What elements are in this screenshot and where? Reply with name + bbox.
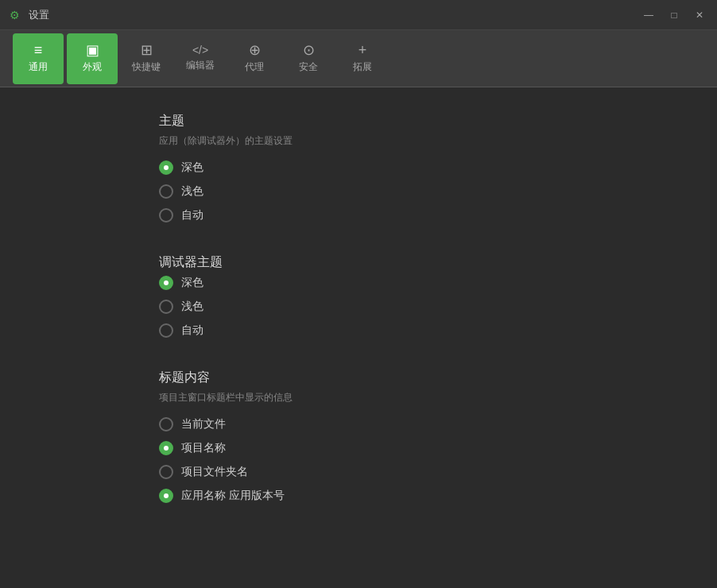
debugger-theme-option-light[interactable]: 浅色 <box>159 300 717 314</box>
title-bar: ⚙ 设置 — □ ✕ <box>0 0 717 30</box>
shortcuts-icon: ⊞ <box>141 43 153 57</box>
project-name-label: 项目名称 <box>181 441 226 455</box>
section-debugger-theme: 调试器主题 深色 浅色 自动 <box>159 254 717 338</box>
tab-appearance[interactable]: ▣ 外观 <box>67 33 118 84</box>
general-label: 通用 <box>29 60 48 74</box>
debugger-theme-option-auto[interactable]: 自动 <box>159 323 717 338</box>
shortcuts-label: 快捷键 <box>132 60 161 74</box>
tab-bar: ≡ 通用 ▣ 外观 ⊞ 快捷键 </> 编辑器 ⊕ 代理 ⊙ 安全 + 拓展 <box>0 30 717 87</box>
theme-options: 深色 浅色 自动 <box>159 161 717 222</box>
editor-label: 编辑器 <box>186 59 215 72</box>
main-content: 主题 应用（除调试器外）的主题设置 深色 浅色 自动 调试器主题 深色 <box>0 87 717 588</box>
project-name-radio[interactable] <box>159 441 173 455</box>
app-name-version-radio[interactable] <box>159 489 173 503</box>
theme-dark-label: 深色 <box>181 161 203 175</box>
tab-editor[interactable]: </> 编辑器 <box>175 33 226 84</box>
close-button[interactable]: ✕ <box>688 7 711 23</box>
section-title-content: 标题内容 项目主窗口标题栏中显示的信息 当前文件 项目名称 项目文件夹名 应用名… <box>159 369 717 503</box>
theme-option-auto[interactable]: 自动 <box>159 208 717 222</box>
security-icon: ⊙ <box>303 43 315 57</box>
folder-name-radio[interactable] <box>159 465 173 479</box>
title-option-current-file[interactable]: 当前文件 <box>159 417 717 431</box>
title-content-title: 标题内容 <box>159 369 717 386</box>
debugger-dark-radio[interactable] <box>159 276 173 290</box>
section-theme: 主题 应用（除调试器外）的主题设置 深色 浅色 自动 <box>159 113 717 222</box>
debugger-auto-label: 自动 <box>181 323 203 338</box>
title-bar-text: 设置 <box>29 8 49 22</box>
theme-title: 主题 <box>159 113 717 130</box>
title-content-desc: 项目主窗口标题栏中显示的信息 <box>159 391 717 404</box>
security-label: 安全 <box>299 60 318 74</box>
tab-shortcuts[interactable]: ⊞ 快捷键 <box>121 33 172 84</box>
extensions-label: 拓展 <box>353 60 372 74</box>
debugger-dark-label: 深色 <box>181 276 203 290</box>
current-file-label: 当前文件 <box>181 417 226 431</box>
tab-general[interactable]: ≡ 通用 <box>13 33 64 84</box>
theme-option-light[interactable]: 浅色 <box>159 184 717 199</box>
theme-light-radio[interactable] <box>159 184 173 199</box>
theme-desc: 应用（除调试器外）的主题设置 <box>159 134 717 148</box>
debugger-theme-option-dark[interactable]: 深色 <box>159 276 717 290</box>
theme-light-label: 浅色 <box>181 184 203 199</box>
theme-dark-radio[interactable] <box>159 161 173 175</box>
debugger-light-radio[interactable] <box>159 300 173 314</box>
title-option-folder-name[interactable]: 项目文件夹名 <box>159 465 717 479</box>
title-option-app-name-version[interactable]: 应用名称 应用版本号 <box>159 489 717 503</box>
window-controls: — □ ✕ <box>638 7 711 23</box>
debugger-auto-radio[interactable] <box>159 323 173 338</box>
theme-auto-radio[interactable] <box>159 208 173 222</box>
maximize-button[interactable]: □ <box>663 7 685 23</box>
folder-name-label: 项目文件夹名 <box>181 465 248 479</box>
debugger-theme-title: 调试器主题 <box>159 254 717 271</box>
title-content-options: 当前文件 项目名称 项目文件夹名 应用名称 应用版本号 <box>159 417 717 503</box>
tab-extensions[interactable]: + 拓展 <box>337 33 388 84</box>
app-icon: ⚙ <box>10 9 22 21</box>
debugger-light-label: 浅色 <box>181 300 203 314</box>
proxy-icon: ⊕ <box>249 43 261 57</box>
proxy-label: 代理 <box>245 60 264 74</box>
extensions-icon: + <box>358 43 367 57</box>
theme-auto-label: 自动 <box>181 208 203 222</box>
debugger-theme-options: 深色 浅色 自动 <box>159 276 717 338</box>
tab-security[interactable]: ⊙ 安全 <box>283 33 334 84</box>
theme-option-dark[interactable]: 深色 <box>159 161 717 175</box>
general-icon: ≡ <box>34 43 43 57</box>
appearance-icon: ▣ <box>86 43 99 57</box>
title-option-project-name[interactable]: 项目名称 <box>159 441 717 455</box>
appearance-label: 外观 <box>83 60 102 74</box>
tab-proxy[interactable]: ⊕ 代理 <box>229 33 280 84</box>
app-name-version-label: 应用名称 应用版本号 <box>181 489 285 503</box>
current-file-radio[interactable] <box>159 417 173 431</box>
editor-icon: </> <box>192 44 208 56</box>
minimize-button[interactable]: — <box>638 7 660 23</box>
